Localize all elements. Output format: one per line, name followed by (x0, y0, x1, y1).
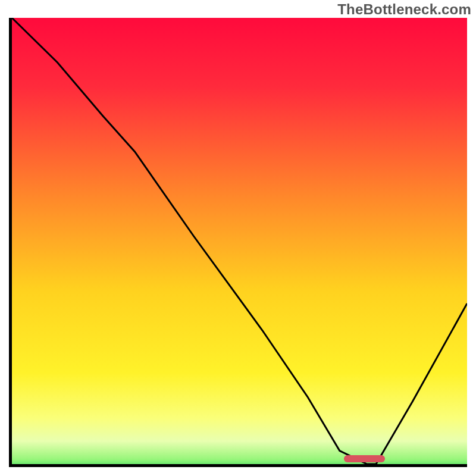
bottleneck-curve (12, 18, 467, 464)
chart-canvas: TheBottleneck.com (0, 0, 476, 476)
plot-area (9, 18, 467, 467)
watermark-text: TheBottleneck.com (337, 1, 471, 18)
optimum-range-marker (344, 455, 385, 462)
